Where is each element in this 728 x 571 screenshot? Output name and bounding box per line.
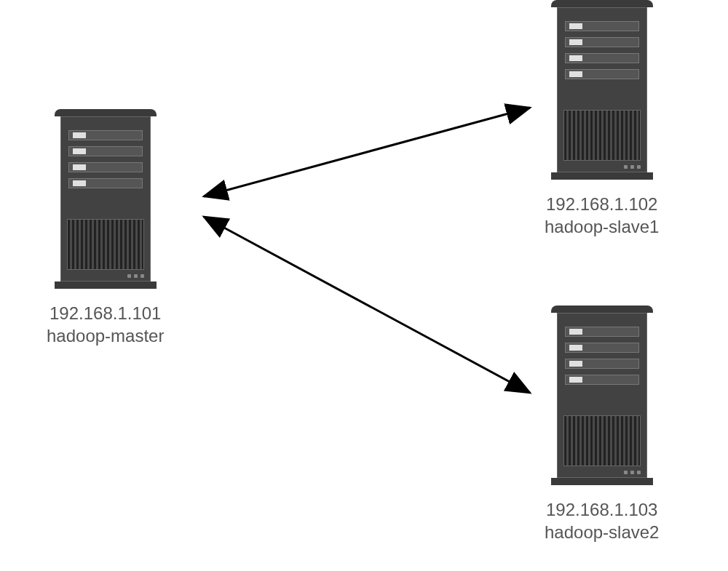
server-node-master: 192.168.1.101 hadoop-master <box>47 109 164 347</box>
server-hostname-label: hadoop-master <box>47 324 164 347</box>
server-hostname-label: hadoop-slave2 <box>545 521 659 543</box>
server-node-slave1: 192.168.1.102 hadoop-slave1 <box>545 0 659 238</box>
server-icon <box>551 306 653 491</box>
server-ip-label: 192.168.1.103 <box>545 498 659 521</box>
server-ip-label: 192.168.1.101 <box>47 302 164 324</box>
server-icon <box>551 0 653 185</box>
arrow-master-slave2 <box>204 217 530 393</box>
server-ip-label: 192.168.1.102 <box>545 193 659 215</box>
server-hostname-label: hadoop-slave1 <box>545 215 659 238</box>
server-icon <box>55 109 157 295</box>
server-node-slave2: 192.168.1.103 hadoop-slave2 <box>545 306 659 543</box>
arrow-master-slave1 <box>204 108 530 196</box>
